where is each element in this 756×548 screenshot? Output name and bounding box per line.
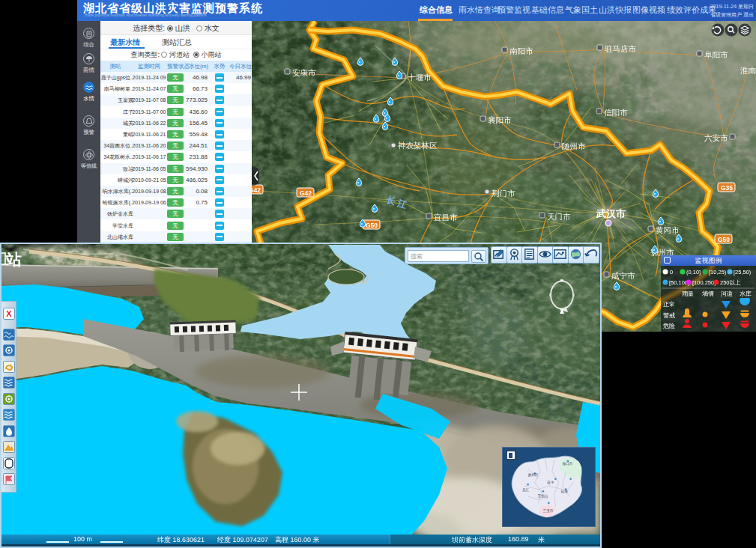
svg-text:驻马店市: 驻马店市 xyxy=(605,44,637,53)
svg-text:水库: 水库 xyxy=(740,290,752,297)
svg-text:阜阳市: 阜阳市 xyxy=(704,50,728,59)
svg-text:黄冈市: 黄冈市 xyxy=(656,225,680,234)
svg-text:雨量: 雨量 xyxy=(682,290,694,297)
svg-text:[100,250): [100,250) xyxy=(692,279,716,286)
svg-text:十堰市: 十堰市 xyxy=(408,73,432,82)
svg-text:0: 0 xyxy=(670,269,673,275)
svg-text:站: 站 xyxy=(5,251,22,268)
svg-text:G50: G50 xyxy=(366,222,378,229)
svg-text:随州市: 随州市 xyxy=(562,141,586,150)
svg-text:淮南: 淮南 xyxy=(740,66,756,75)
svg-text:250以上: 250以上 xyxy=(720,279,741,286)
svg-text:G42: G42 xyxy=(252,186,261,194)
svg-text:咸宁市: 咸宁市 xyxy=(611,271,635,280)
svg-text:警戒: 警戒 xyxy=(663,312,675,319)
svg-text:信阳市: 信阳市 xyxy=(604,108,628,117)
svg-text:宜昌市: 宜昌市 xyxy=(434,213,458,222)
svg-text:五指山: 五指山 xyxy=(537,494,548,498)
svg-text:G35: G35 xyxy=(721,184,733,192)
svg-text:[10,25): [10,25) xyxy=(709,269,727,275)
svg-text:六安市: 六安市 xyxy=(704,133,728,142)
svg-text:正常: 正常 xyxy=(663,301,675,308)
svg-text:(0,10]: (0,10] xyxy=(686,269,701,275)
svg-text:天门市: 天门市 xyxy=(547,212,571,221)
svg-text:G42: G42 xyxy=(300,189,312,197)
svg-text:三亚市: 三亚市 xyxy=(543,509,554,513)
svg-text:神农架林区: 神农架林区 xyxy=(398,141,438,150)
svg-text:襄阳市: 襄阳市 xyxy=(488,115,512,124)
svg-text:安康市: 安康市 xyxy=(292,68,316,77)
svg-text:G50: G50 xyxy=(718,236,730,243)
svg-text:危险: 危险 xyxy=(662,323,675,329)
svg-text:[25,50): [25,50) xyxy=(734,269,752,275)
svg-text:河道: 河道 xyxy=(721,290,733,297)
svg-text:琼海: 琼海 xyxy=(560,490,569,493)
svg-text:墒情: 墒情 xyxy=(701,290,714,297)
svg-text:南阳市: 南阳市 xyxy=(509,46,533,55)
svg-text:武汉市: 武汉市 xyxy=(596,208,626,219)
svg-text:荆门市: 荆门市 xyxy=(492,189,515,198)
svg-text:琼中: 琼中 xyxy=(546,481,554,484)
